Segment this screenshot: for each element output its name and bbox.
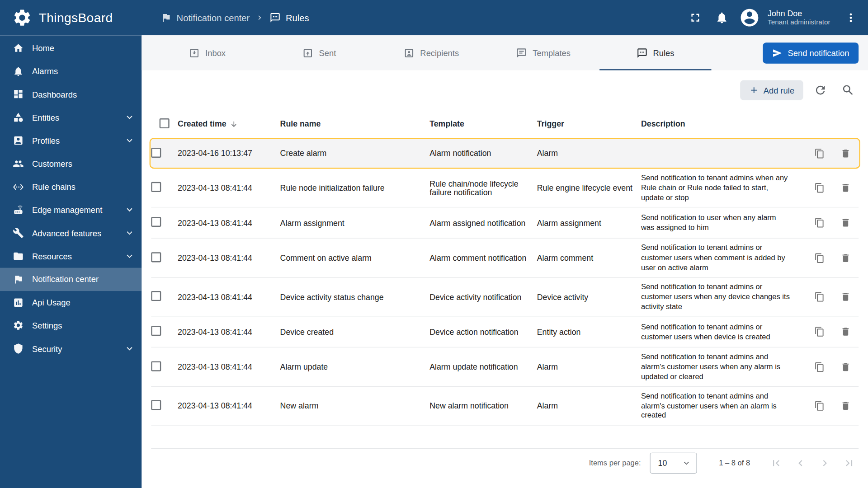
recipients-icon	[404, 47, 415, 58]
cell-trigger: Alarm assignment	[537, 214, 641, 232]
row-checkbox[interactable]	[151, 400, 161, 410]
copy-rule-button[interactable]	[814, 218, 825, 228]
delete-rule-button[interactable]	[840, 183, 851, 193]
refresh-icon	[814, 84, 827, 97]
fullscreen-button[interactable]	[684, 6, 707, 29]
column-trigger[interactable]: Trigger	[537, 119, 641, 128]
sidebar-item-customers[interactable]: Customers	[0, 152, 142, 175]
cell-description: Send notification to tenant admins or cu…	[641, 239, 798, 277]
cell-trigger: Alarm	[537, 358, 641, 375]
app-logo[interactable]: ThingsBoard	[0, 8, 142, 28]
rules-panel: Add rule Created time	[142, 70, 868, 448]
items-per-page-select[interactable]: 10	[650, 452, 697, 474]
last-page-icon	[843, 457, 855, 469]
row-checkbox[interactable]	[151, 326, 161, 336]
delete-rule-button[interactable]	[840, 361, 851, 372]
table-row[interactable]: 2023-04-13 08:41:44 New alarm New alarm …	[151, 387, 859, 426]
cell-description: Send notification to tenant admins when …	[641, 169, 798, 207]
refresh-button[interactable]	[810, 80, 831, 101]
profiles-icon	[13, 135, 24, 146]
breadcrumb-notification-center[interactable]: Notification center	[160, 12, 250, 23]
tab-sent[interactable]: Sent	[263, 35, 375, 70]
table-row[interactable]: 2023-04-13 08:41:44 Alarm assignment Ala…	[151, 208, 859, 239]
column-description[interactable]: Description	[641, 119, 798, 128]
cell-created-time: 2023-04-13 08:41:44	[178, 179, 280, 197]
copy-rule-button[interactable]	[814, 291, 825, 302]
tab-templates[interactable]: Templates	[487, 35, 599, 70]
notifications-bell-button[interactable]	[710, 6, 733, 29]
row-checkbox[interactable]	[151, 217, 161, 227]
tab-recipients[interactable]: Recipients	[375, 35, 487, 70]
cell-template: Rule chain/node lifecycle failure notifi…	[429, 175, 537, 202]
first-page-button[interactable]	[770, 457, 782, 469]
cell-rule-name: Alarm update	[280, 358, 430, 375]
column-created-time[interactable]: Created time	[178, 119, 280, 128]
sidebar-item-home[interactable]: Home	[0, 37, 142, 60]
page-range-label: 1 – 8 of 8	[719, 459, 750, 467]
breadcrumb-rules[interactable]: Rules	[269, 12, 309, 23]
sidebar-item-label: Customers	[32, 159, 72, 169]
sidebar-item-profiles[interactable]: Profiles	[0, 129, 142, 152]
more-options-button[interactable]	[839, 6, 862, 29]
row-checkbox[interactable]	[151, 182, 161, 192]
cell-trigger: Alarm comment	[537, 249, 641, 267]
delete-rule-button[interactable]	[840, 327, 851, 337]
sidebar-item-settings[interactable]: Settings	[0, 314, 142, 337]
sidebar-item-security[interactable]: Security	[0, 337, 142, 360]
delete-rule-button[interactable]	[840, 218, 851, 228]
row-checkbox[interactable]	[151, 252, 161, 262]
cell-created-time: 2023-04-13 08:41:44	[178, 249, 280, 267]
sidebar-item-alarms[interactable]: Alarms	[0, 60, 142, 83]
dashboards-icon	[13, 89, 24, 100]
delete-icon	[840, 400, 851, 411]
copy-rule-button[interactable]	[814, 400, 825, 411]
table-row[interactable]: 2023-04-13 08:41:44 Rule node initializa…	[151, 169, 859, 207]
kebab-menu-icon	[844, 11, 857, 24]
sidebar-item-advanced-features[interactable]: Advanced features	[0, 221, 142, 244]
sidebar-item-dashboards[interactable]: Dashboards	[0, 83, 142, 106]
sidebar-item-entities[interactable]: Entities	[0, 106, 142, 129]
row-checkbox[interactable]	[151, 291, 161, 301]
next-page-button[interactable]	[819, 457, 831, 469]
previous-page-button[interactable]	[794, 457, 807, 469]
table-row[interactable]: 2023-04-13 08:41:44 Comment on active al…	[151, 239, 859, 277]
table-row[interactable]: 2023-04-13 08:41:44 Device activity stat…	[151, 278, 859, 317]
column-template[interactable]: Template	[429, 119, 537, 128]
row-checkbox[interactable]	[151, 361, 161, 371]
row-checkbox[interactable]	[151, 147, 161, 157]
user-info: John Doe Tenant administrator	[768, 9, 830, 27]
send-notification-button[interactable]: Send notification	[763, 42, 859, 64]
chevron-down-icon	[124, 204, 135, 215]
customers-icon	[13, 158, 24, 169]
delete-rule-button[interactable]	[840, 400, 851, 411]
select-all-checkbox[interactable]	[160, 118, 170, 128]
sidebar-item-notification-center[interactable]: Notification center	[0, 268, 142, 291]
delete-rule-button[interactable]	[840, 253, 851, 263]
sidebar-item-edge-management[interactable]: Edge management	[0, 198, 142, 221]
delete-rule-button[interactable]	[840, 291, 851, 302]
add-rule-button[interactable]: Add rule	[740, 80, 803, 100]
table-row[interactable]: 2023-04-13 08:41:44 Alarm update Alarm u…	[151, 347, 859, 386]
copy-rule-button[interactable]	[814, 253, 825, 263]
table-row[interactable]: 2023-04-13 08:41:44 Device created Devic…	[151, 317, 859, 348]
sidebar-item-api-usage[interactable]: Api Usage	[0, 291, 142, 314]
last-page-button[interactable]	[843, 457, 855, 469]
sidebar-item-rule-chains[interactable]: Rule chains	[0, 175, 142, 198]
copy-rule-button[interactable]	[814, 361, 825, 372]
table-row[interactable]: 2023-04-16 10:13:47 Create alarm Alarm n…	[150, 138, 860, 169]
column-rule-name[interactable]: Rule name	[280, 119, 430, 128]
search-button[interactable]	[838, 80, 859, 101]
chevron-down-icon	[124, 228, 135, 239]
thingsboard-logo-icon	[12, 8, 32, 28]
copy-rule-button[interactable]	[814, 183, 825, 193]
sidebar-item-resources[interactable]: Resources	[0, 244, 142, 267]
user-avatar[interactable]	[739, 7, 760, 28]
copy-rule-button[interactable]	[814, 148, 825, 159]
chevron-down-icon	[681, 458, 691, 468]
tab-rules[interactable]: Rules	[599, 35, 712, 70]
tab-inbox[interactable]: Inbox	[151, 35, 263, 70]
rule-chains-icon	[13, 181, 24, 192]
delete-rule-button[interactable]	[840, 148, 851, 159]
copy-rule-button[interactable]	[814, 327, 825, 337]
cell-created-time: 2023-04-13 08:41:44	[178, 397, 280, 415]
